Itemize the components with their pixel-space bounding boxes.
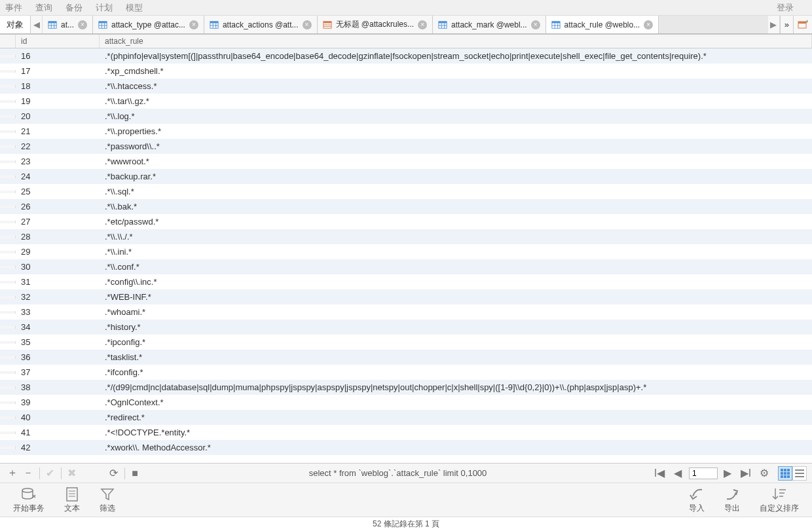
cell-rule[interactable]: .*config\\.inc.* xyxy=(100,276,812,288)
grid-view-button[interactable] xyxy=(778,466,792,481)
cell-rule[interactable]: .*(phpinfo|eval|system[(]|passthru|base6… xyxy=(100,50,812,62)
menu-query[interactable]: 查询 xyxy=(35,2,52,14)
tab-5[interactable]: attack_rule @weblo...× xyxy=(546,16,659,33)
prev-page-button[interactable]: ◀ xyxy=(671,466,685,481)
cell-id[interactable]: 26 xyxy=(16,200,100,213)
cell-id[interactable]: 38 xyxy=(16,381,100,394)
table-row[interactable]: 26.*\\.bak.* xyxy=(0,199,812,214)
table-row[interactable]: 27.*etc/passwd.* xyxy=(0,214,812,229)
table-row[interactable]: 38.*/(d99|cmd|nc|database|sql|dump|muma|… xyxy=(0,380,812,395)
cell-rule[interactable]: .*\\.sql.* xyxy=(100,185,812,198)
first-page-button[interactable]: I◀ xyxy=(652,466,667,481)
import-button[interactable]: 导入 xyxy=(689,486,705,514)
cell-rule[interactable]: .*WEB-INF.* xyxy=(100,291,812,303)
page-input[interactable] xyxy=(689,467,718,479)
last-page-button[interactable]: ▶I xyxy=(739,466,753,481)
cell-id[interactable]: 19 xyxy=(16,95,100,107)
menu-events[interactable]: 事件 xyxy=(5,2,22,14)
cell-rule[interactable]: .*xwork\\. MethodAccessor.* xyxy=(100,441,812,454)
table-row[interactable]: 33.*whoami.* xyxy=(0,304,812,320)
table-row[interactable]: 42.*xwork\\. MethodAccessor.* xyxy=(0,440,812,455)
cell-rule[interactable]: .*wwwroot.* xyxy=(100,155,812,168)
cell-rule[interactable]: .*\\.bak.* xyxy=(100,200,812,213)
cell-id[interactable]: 29 xyxy=(16,246,100,258)
cell-id[interactable]: 23 xyxy=(16,155,100,168)
close-icon[interactable]: × xyxy=(531,20,540,29)
refresh-button[interactable]: ⟳ xyxy=(106,466,120,481)
cell-id[interactable]: 27 xyxy=(16,215,100,228)
menu-model[interactable]: 模型 xyxy=(126,2,143,14)
stop-button[interactable]: ■ xyxy=(128,466,142,481)
table-row[interactable]: 34.*history.* xyxy=(0,320,812,335)
data-grid[interactable]: id attack_rule 16.*(phpinfo|eval|system[… xyxy=(0,34,812,463)
cell-rule[interactable]: .*password\\..* xyxy=(100,140,812,153)
cell-rule[interactable]: .*history.* xyxy=(100,321,812,333)
table-row[interactable]: 24.*backup.rar.* xyxy=(0,169,812,184)
tab-4[interactable]: attack_mark @webl...× xyxy=(433,16,546,33)
table-row[interactable]: 19.*\\.tar\\.gz.* xyxy=(0,94,812,109)
tab-new[interactable]: + xyxy=(793,16,812,33)
custom-sort-button[interactable]: 自定义排序 xyxy=(760,486,799,514)
settings-button[interactable]: ⚙ xyxy=(757,466,771,481)
cell-id[interactable]: 33 xyxy=(16,306,100,318)
table-row[interactable]: 41.*<!DOCTYPE.*entity.* xyxy=(0,425,812,440)
table-row[interactable]: 29.*\\.ini.* xyxy=(0,244,812,259)
cell-rule[interactable]: .*redirect.* xyxy=(100,411,812,424)
begin-transaction-button[interactable]: 开始事务 xyxy=(13,486,45,514)
table-row[interactable]: 25.*\\.sql.* xyxy=(0,184,812,199)
close-icon[interactable]: × xyxy=(189,20,198,29)
cell-id[interactable]: 31 xyxy=(16,276,100,288)
table-row[interactable]: 32.*WEB-INF.* xyxy=(0,289,812,304)
cell-rule[interactable]: .*OgnlContext.* xyxy=(100,396,812,409)
cell-id[interactable]: 16 xyxy=(16,50,100,62)
close-icon[interactable]: × xyxy=(78,20,87,29)
tab-1[interactable]: attack_type @attac...× xyxy=(93,16,204,33)
cell-rule[interactable]: .*\\.conf.* xyxy=(100,261,812,273)
cell-id[interactable]: 39 xyxy=(16,396,100,409)
cell-id[interactable]: 24 xyxy=(16,170,100,183)
table-row[interactable]: 30.*\\.conf.* xyxy=(0,259,812,274)
table-row[interactable]: 23.*wwwroot.* xyxy=(0,154,812,169)
cell-id[interactable]: 34 xyxy=(16,321,100,333)
table-row[interactable]: 22.*password\\..* xyxy=(0,139,812,154)
cell-rule[interactable]: .*\\.tar\\.gz.* xyxy=(100,95,812,107)
cell-rule[interactable]: .*/(d99|cmd|nc|database|sql|dump|muma|ph… xyxy=(100,381,812,394)
close-icon[interactable]: × xyxy=(303,20,312,29)
menu-login[interactable]: 登录 xyxy=(777,2,794,14)
cell-rule[interactable]: .*ifconfig.* xyxy=(100,366,812,378)
cell-id[interactable]: 42 xyxy=(16,441,100,454)
cell-id[interactable]: 25 xyxy=(16,185,100,198)
table-row[interactable]: 36.*tasklist.* xyxy=(0,350,812,365)
menu-backup[interactable]: 备份 xyxy=(65,2,83,14)
tab-objects[interactable]: 对象 xyxy=(0,16,31,33)
delete-record-button[interactable]: － xyxy=(21,466,35,481)
cell-rule[interactable]: .*\\.htaccess.* xyxy=(100,80,812,92)
next-page-button[interactable]: ▶ xyxy=(720,466,735,481)
table-row[interactable]: 18.*\\.htaccess.* xyxy=(0,79,812,94)
table-row[interactable]: 21.*\\.properties.* xyxy=(0,124,812,139)
cell-id[interactable]: 40 xyxy=(16,411,100,424)
table-row[interactable]: 40.*redirect.* xyxy=(0,410,812,425)
cell-rule[interactable]: .*\\.log.* xyxy=(100,110,812,122)
table-row[interactable]: 16.*(phpinfo|eval|system[(]|passthru|bas… xyxy=(0,48,812,64)
cell-rule[interactable]: .*\\.properties.* xyxy=(100,125,812,137)
export-button[interactable]: 导出 xyxy=(724,486,740,514)
tab-scroll-left[interactable]: ◀ xyxy=(31,16,43,33)
cell-rule[interactable]: .*ipconfig.* xyxy=(100,336,812,348)
cell-id[interactable]: 28 xyxy=(16,230,100,243)
tab-2[interactable]: attack_actions @att...× xyxy=(204,16,318,33)
menu-schedule[interactable]: 计划 xyxy=(96,2,113,14)
cancel-button[interactable]: ✖ xyxy=(64,466,79,481)
close-icon[interactable]: × xyxy=(644,20,653,29)
tab-0[interactable]: at...× xyxy=(43,16,93,33)
cell-rule[interactable]: .*backup.rar.* xyxy=(100,170,812,183)
cell-id[interactable]: 35 xyxy=(16,336,100,348)
table-row[interactable]: 31.*config\\.inc.* xyxy=(0,274,812,289)
cell-id[interactable]: 32 xyxy=(16,291,100,303)
cell-id[interactable]: 37 xyxy=(16,366,100,378)
column-header-id[interactable]: id xyxy=(16,35,100,48)
cell-id[interactable]: 17 xyxy=(16,65,100,77)
table-row[interactable]: 39.*OgnlContext.* xyxy=(0,395,812,410)
cell-id[interactable]: 30 xyxy=(16,261,100,273)
cell-rule[interactable]: .*xp_cmdshell.* xyxy=(100,65,812,77)
